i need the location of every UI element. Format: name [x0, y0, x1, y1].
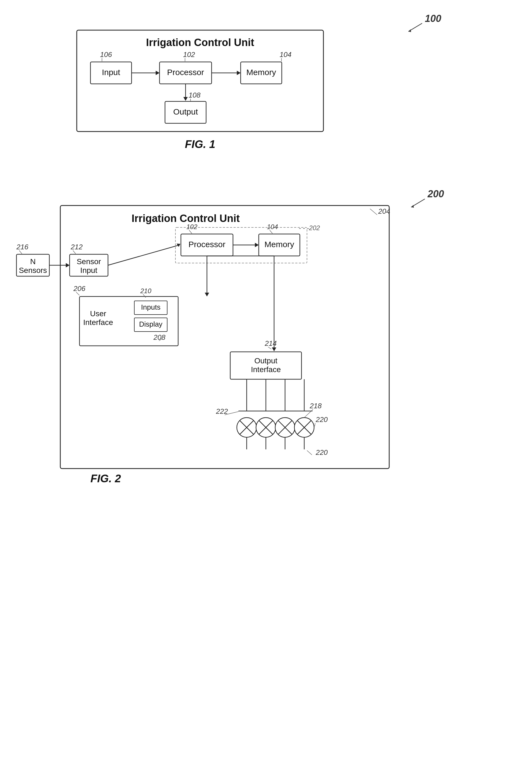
fig1-ref104-text: 104 — [280, 50, 291, 59]
fig2-oi-line1: Output — [254, 357, 278, 365]
fig2-inputs-text: Inputs — [141, 303, 161, 311]
fig2-ui-line1: User — [90, 309, 106, 318]
fig2-proc-text: Processor — [188, 240, 225, 249]
fig2-sensinput-line2: Input — [80, 266, 97, 274]
fig2-sensinput-line1: Sensor — [77, 257, 101, 266]
fig2-caption-text: FIG. 2 — [91, 472, 121, 484]
fig2-mem-text: Memory — [264, 240, 294, 249]
fig1-title-text: Irrigation Control Unit — [146, 37, 254, 48]
fig2-ref102-text: 102 — [186, 223, 197, 230]
fig1-ref106-text: 106 — [100, 50, 112, 59]
fig2-ref202-text: - - -202 — [299, 224, 320, 231]
fig1-input-text: Input — [102, 68, 120, 77]
fig2-ref218-text: 218 — [310, 402, 322, 410]
fig2-ref220a-text: 220 — [316, 415, 328, 424]
fig2-display-text: Display — [139, 320, 162, 328]
fig2-ref214-text: 214 — [264, 339, 277, 348]
fig2-ref212-text: 212 — [70, 243, 83, 251]
fig2-ref208-text: 208 — [153, 333, 166, 341]
fig2-ref-200-svg: 200 — [427, 188, 444, 199]
fig2-ref216-text: 216 — [16, 243, 28, 251]
fig2-ref104-text: 104 — [267, 223, 278, 230]
fig1-proc-text: Processor — [167, 68, 204, 77]
fig2-oi-line2: Interface — [251, 365, 281, 374]
fig1-ref-100-svg: 100 — [425, 13, 441, 24]
fig2-ref220b-text: 220 — [316, 448, 328, 456]
fig2-ref204-text: 204 — [378, 207, 390, 215]
fig2-title-text: Irrigation Control Unit — [132, 213, 240, 224]
fig2-ui-line2: Interface — [83, 318, 113, 327]
fig1-ref108-text: 108 — [189, 91, 201, 99]
fig1-output-text: Output — [173, 107, 198, 116]
fig2-nsensors-line1: N — [30, 257, 36, 266]
fig2-ref206-text: 206 — [73, 284, 85, 293]
fig2-ref222-text: 222 — [216, 407, 228, 415]
fig2-ref210-text: 210 — [140, 287, 152, 295]
fig1-caption-text: FIG. 1 — [185, 138, 215, 150]
fig1-ref102-text: 102 — [183, 50, 195, 59]
fig1-mem-text: Memory — [246, 68, 276, 77]
fig2-nsensors-line2: Sensors — [19, 266, 47, 274]
